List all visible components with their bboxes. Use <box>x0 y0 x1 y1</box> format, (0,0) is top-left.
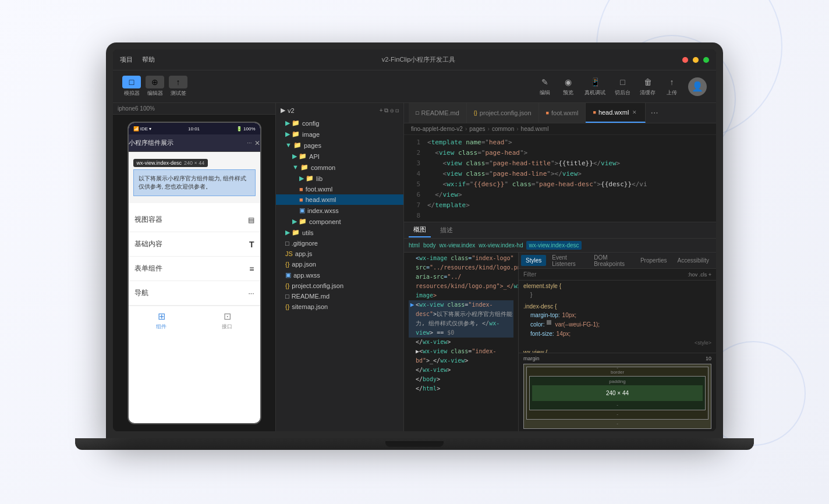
tab-dom-breakpoints[interactable]: DOM Breakpoints <box>589 253 635 269</box>
toolbar-right: ✎ 编辑 ◉ 预览 📱 真机调试 □ 切后台 <box>538 76 707 97</box>
html-line-9: </html> <box>409 384 513 393</box>
rule-empty-body: } <box>523 290 711 300</box>
nav-component[interactable]: ⊞ 组件 <box>129 306 194 335</box>
json-file-icon: {} <box>285 282 289 289</box>
breadcrumb-common[interactable]: common <box>492 126 514 132</box>
file-app-json[interactable]: {} app.json <box>276 259 403 269</box>
tab-event-listeners[interactable]: Event Listeners <box>547 253 588 269</box>
styles-tab-bar: Styles Event Listeners DOM Breakpoints P… <box>519 253 716 269</box>
file-sitemap[interactable]: {} sitemap.json <box>276 301 403 312</box>
html-line-2: resources/kind/logo.png">_</wx-image> <box>409 282 513 300</box>
breadcrumb: fino-applet-demo-v2 › pages › common › h… <box>404 123 716 135</box>
clear-cache-action[interactable]: 🗑 清缓存 <box>640 76 656 97</box>
minimize-button[interactable] <box>693 57 699 63</box>
menu-item-project[interactable]: 项目 <box>120 55 133 64</box>
edit-icon: ✎ <box>538 76 552 88</box>
folder-lib[interactable]: ▶ 📁 lib <box>276 173 403 184</box>
box-model-margin-value: 10 <box>706 356 711 361</box>
folder-icon: ▶ 📁 <box>292 152 307 160</box>
tab-close-button[interactable]: ✕ <box>631 109 638 116</box>
elem-body[interactable]: body <box>423 242 436 249</box>
simulator-icon: □ <box>122 76 141 88</box>
border-bottom-value: - <box>529 411 706 417</box>
breadcrumb-file[interactable]: head.wxml <box>521 126 549 132</box>
tab-styles[interactable]: Styles <box>521 255 546 266</box>
file-gitignore[interactable]: □ .gitignore <box>276 238 403 249</box>
editor-button[interactable]: ⊕ 编辑器 <box>146 76 164 97</box>
file-tree-actions[interactable]: + ⧉ ⊕ ⊡ <box>380 107 399 114</box>
bottom-content: <wx-image class="index-logo" src="../res… <box>404 253 716 431</box>
phone-panel-header: iphone6 100% <box>113 103 275 115</box>
xml-file-icon: ■ <box>299 186 303 193</box>
file-readme[interactable]: □ README.md <box>276 291 403 301</box>
phone-title-close[interactable]: ✕ <box>254 139 260 147</box>
preview-action[interactable]: ◉ 预览 <box>561 76 575 97</box>
phone-title-more[interactable]: ··· <box>247 140 251 146</box>
box-model-header: margin 10 <box>523 356 711 361</box>
code-editor[interactable]: 1 <template name="head"> 2 <view class="… <box>404 135 716 222</box>
styles-filter-input[interactable] <box>523 271 685 278</box>
filter-hint: :hov .cls + <box>688 272 711 278</box>
close-button[interactable] <box>682 57 688 63</box>
phone-content: wx-view.index-desc 240 × 44 以下将展示小程序官方组件… <box>129 152 260 203</box>
bottom-tab-bar: 概图 描述 <box>404 222 716 239</box>
elem-html[interactable]: html <box>409 242 420 249</box>
user-avatar[interactable]: 👤 <box>688 77 707 96</box>
folder-api[interactable]: ▶ 📁 API <box>276 151 403 162</box>
file-app-js[interactable]: JS app.js <box>276 249 403 259</box>
edit-action[interactable]: ✎ 编辑 <box>538 76 552 97</box>
elem-wx-view-index-desc[interactable]: wx-view.index-desc <box>526 241 581 250</box>
file-head-wxml[interactable]: ■ head.wxml <box>276 194 403 205</box>
nav-interface[interactable]: ⊡ 接口 <box>194 306 260 335</box>
file-index-wxss[interactable]: ▣ index.wxss <box>276 205 403 216</box>
tab-foot-wxml[interactable]: ■ foot.wxml <box>539 103 586 123</box>
padding-bottom-value: - <box>532 402 703 407</box>
folder-open-icon: ▼ 📁 <box>285 141 302 149</box>
tab-overflow-button[interactable]: ··· <box>646 108 663 118</box>
device-debug-action[interactable]: 📱 真机调试 <box>584 76 605 97</box>
tab-properties[interactable]: Properties <box>636 255 672 266</box>
html-line-5: </wx-view> <box>409 338 513 347</box>
folder-pages[interactable]: ▼ 📁 pages <box>276 140 403 151</box>
laptop-screen: 项目 帮助 v2-FinClip小程序开发工具 □ 模拟器 <box>113 49 716 431</box>
folder-component[interactable]: ▶ 📁 component <box>276 216 403 227</box>
folder-config[interactable]: ▶ 📁 config <box>276 118 403 129</box>
html-preview-code[interactable]: <wx-image class="index-logo" src="../res… <box>404 253 518 431</box>
json-file-icon: {} <box>285 261 289 268</box>
upload-action[interactable]: ↑ 上传 <box>665 76 679 97</box>
elem-wx-view-index-hd[interactable]: wx-view.index-hd <box>479 242 523 249</box>
file-tree-header: ▶ v2 + ⧉ ⊕ ⊡ <box>276 103 403 118</box>
toolbar: □ 模拟器 ⊕ 编辑器 ↑ 测试签 ✎ 编辑 <box>113 70 716 103</box>
txt-file-icon: □ <box>285 293 289 300</box>
menu-item-view[interactable]: 视图容器 ▤ <box>129 208 260 232</box>
tab-overview[interactable]: 概图 <box>409 223 431 237</box>
file-app-wxss[interactable]: ▣ app.wxss <box>276 269 403 281</box>
test-button[interactable]: ↑ 测试签 <box>169 76 187 97</box>
simulator-button[interactable]: □ 模拟器 <box>122 76 141 97</box>
menu-item-help[interactable]: 帮助 <box>142 55 155 64</box>
breadcrumb-root[interactable]: fino-applet-demo-v2 <box>411 126 463 132</box>
main-content: iphone6 100% 📶 IDE ▾ 10:01 🔋 100% 小程序组件展… <box>113 103 716 431</box>
tab-accessibility[interactable]: Accessibility <box>673 255 714 266</box>
tab-head-wxml[interactable]: ■ head.wxml ✕ <box>586 103 646 123</box>
menu-item-form[interactable]: 表单组件 ≡ <box>129 257 260 281</box>
menu-item-nav[interactable]: 导航 ··· <box>129 281 260 306</box>
padding-box: padding 240 × 44 - <box>529 376 706 410</box>
background-action[interactable]: □ 切后台 <box>615 76 630 97</box>
folder-utils[interactable]: ▶ 📁 utils <box>276 227 403 238</box>
phone-frame: 📶 IDE ▾ 10:01 🔋 100% 小程序组件展示 ··· ✕ wx-vi… <box>127 122 261 424</box>
maximize-button[interactable] <box>703 57 709 63</box>
padding-label: padding <box>532 379 703 384</box>
background-label: 切后台 <box>615 89 630 97</box>
menu-item-basic[interactable]: 基础内容 T <box>129 232 260 257</box>
code-editor-panel: □ README.md {} project.config.json ■ foo… <box>404 103 716 431</box>
folder-image[interactable]: ▶ 📁 image <box>276 129 403 140</box>
file-project-config[interactable]: {} project.config.json <box>276 281 403 291</box>
tab-description[interactable]: 描述 <box>435 223 458 237</box>
folder-common[interactable]: ▼ 📁 common <box>276 162 403 173</box>
breadcrumb-pages[interactable]: pages <box>469 126 485 132</box>
tab-readme[interactable]: □ README.md <box>409 103 467 123</box>
elem-wx-view-index[interactable]: wx-view.index <box>440 242 476 249</box>
tab-project-config[interactable]: {} project.config.json <box>467 103 539 123</box>
file-foot-wxml[interactable]: ■ foot.wxml <box>276 184 403 194</box>
